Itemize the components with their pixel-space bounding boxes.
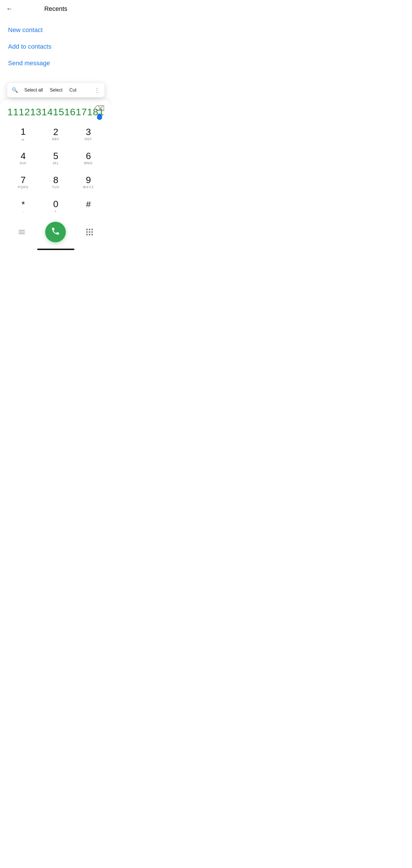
key-1[interactable]: 1 ∞ xyxy=(10,123,36,146)
key-9[interactable]: 9 WXYZ xyxy=(75,171,101,194)
menu-lines-icon xyxy=(19,230,25,234)
call-icon xyxy=(51,226,60,238)
dialer-container: 11121314151617181 ⌫ 1 ∞ 2 ABC 3 DEF 4 G xyxy=(0,99,112,257)
more-options-icon[interactable]: ⋮ xyxy=(94,87,100,94)
send-message-item[interactable]: Send message xyxy=(8,55,103,71)
dialpad-row-3: 7 PQRS 8 TUV 9 WXYZ xyxy=(7,171,105,194)
backspace-button[interactable]: ⌫ xyxy=(92,102,107,122)
select-all-button[interactable]: Select all xyxy=(22,86,46,94)
home-indicator xyxy=(37,249,74,250)
new-contact-item[interactable]: New contact xyxy=(8,22,103,38)
dialpad-row-2: 4 GHI 5 JKL 6 MNO xyxy=(7,147,105,169)
add-to-contacts-item[interactable]: Add to contacts xyxy=(8,38,103,55)
dialpad-row-4: * , 0 + # xyxy=(7,195,105,218)
select-button[interactable]: Select xyxy=(47,86,65,94)
key-0[interactable]: 0 + xyxy=(43,195,69,218)
search-icon: 🔍 xyxy=(12,87,18,93)
cut-button[interactable]: Cut xyxy=(66,86,79,94)
menu-button[interactable] xyxy=(16,227,28,237)
number-display: 11121314151617181 ⌫ xyxy=(0,99,112,120)
key-6[interactable]: 6 MNO xyxy=(75,147,101,169)
bottom-bar xyxy=(0,219,112,247)
call-button[interactable] xyxy=(45,222,66,242)
dialpad-toggle-button[interactable] xyxy=(83,226,96,238)
key-7[interactable]: 7 PQRS xyxy=(10,171,36,194)
key-hash[interactable]: # xyxy=(75,195,101,218)
backspace-icon: ⌫ xyxy=(94,104,105,113)
key-2[interactable]: 2 ABC xyxy=(43,123,69,146)
drop-indicator xyxy=(97,114,102,120)
back-button[interactable]: ← xyxy=(5,3,14,14)
dialpad-row-1: 1 ∞ 2 ABC 3 DEF xyxy=(7,123,105,146)
text-selection-toolbar: 🔍 Select all Select Cut ⋮ xyxy=(7,83,104,97)
key-star[interactable]: * , xyxy=(10,195,36,218)
menu-section: New contact Add to contacts Send message xyxy=(0,16,112,74)
key-4[interactable]: 4 GHI xyxy=(10,147,36,169)
key-5[interactable]: 5 JKL xyxy=(43,147,69,169)
dialpad: 1 ∞ 2 ABC 3 DEF 4 GHI 5 JKL 6 MN xyxy=(0,120,112,218)
key-8[interactable]: 8 TUV xyxy=(43,171,69,194)
page-title: Recents xyxy=(44,5,67,12)
key-3[interactable]: 3 DEF xyxy=(75,123,101,146)
header: ← Recents xyxy=(0,0,112,16)
grid-icon xyxy=(86,228,93,236)
